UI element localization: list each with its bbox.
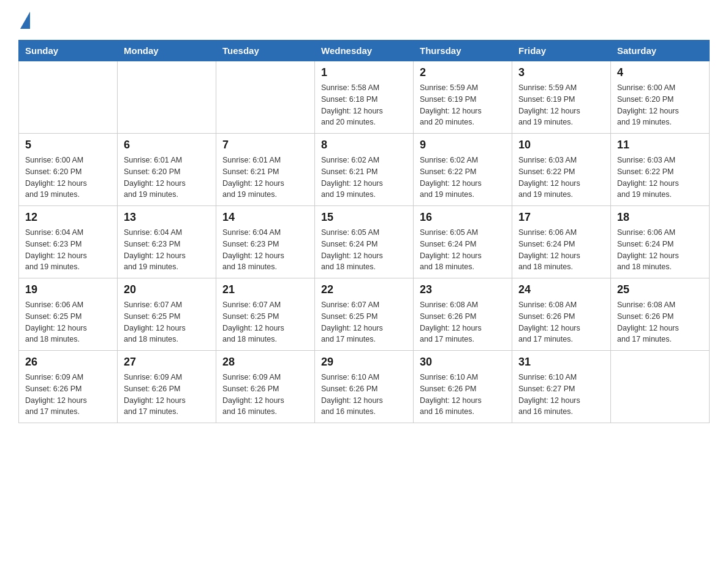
day-info: Sunrise: 6:01 AM Sunset: 6:20 PM Dayligh… [124, 155, 210, 201]
day-number: 28 [222, 356, 308, 369]
calendar-cell: 4Sunrise: 6:00 AM Sunset: 6:20 PM Daylig… [611, 61, 710, 134]
calendar-cell: 16Sunrise: 6:05 AM Sunset: 6:24 PM Dayli… [414, 206, 512, 278]
day-info: Sunrise: 6:08 AM Sunset: 6:26 PM Dayligh… [420, 299, 506, 345]
calendar-cell: 6Sunrise: 6:01 AM Sunset: 6:20 PM Daylig… [118, 134, 216, 206]
calendar-cell: 9Sunrise: 6:02 AM Sunset: 6:22 PM Daylig… [414, 134, 512, 206]
calendar-cell [19, 61, 118, 134]
calendar-cell: 18Sunrise: 6:06 AM Sunset: 6:24 PM Dayli… [611, 206, 710, 278]
day-info: Sunrise: 5:59 AM Sunset: 6:19 PM Dayligh… [518, 82, 604, 128]
day-info: Sunrise: 6:09 AM Sunset: 6:26 PM Dayligh… [124, 372, 210, 418]
calendar-cell: 15Sunrise: 6:05 AM Sunset: 6:24 PM Dayli… [315, 206, 414, 278]
column-header-wednesday: Wednesday [315, 40, 414, 61]
day-number: 8 [321, 139, 407, 151]
calendar-cell: 13Sunrise: 6:04 AM Sunset: 6:23 PM Dayli… [118, 206, 216, 278]
calendar-cell [216, 61, 315, 134]
day-info: Sunrise: 6:06 AM Sunset: 6:25 PM Dayligh… [25, 299, 111, 345]
day-info: Sunrise: 6:09 AM Sunset: 6:26 PM Dayligh… [25, 372, 111, 418]
day-info: Sunrise: 6:10 AM Sunset: 6:27 PM Dayligh… [518, 372, 604, 418]
calendar-cell: 19Sunrise: 6:06 AM Sunset: 6:25 PM Dayli… [19, 278, 118, 351]
day-number: 3 [518, 66, 604, 79]
day-number: 27 [124, 356, 210, 369]
calendar-cell: 26Sunrise: 6:09 AM Sunset: 6:26 PM Dayli… [19, 351, 118, 423]
calendar-week-5: 26Sunrise: 6:09 AM Sunset: 6:26 PM Dayli… [19, 351, 710, 423]
calendar-cell [118, 61, 216, 134]
day-info: Sunrise: 6:08 AM Sunset: 6:26 PM Dayligh… [617, 299, 703, 345]
day-info: Sunrise: 6:10 AM Sunset: 6:26 PM Dayligh… [321, 372, 407, 418]
day-number: 12 [25, 211, 111, 224]
calendar-cell: 27Sunrise: 6:09 AM Sunset: 6:26 PM Dayli… [118, 351, 216, 423]
calendar-cell: 22Sunrise: 6:07 AM Sunset: 6:25 PM Dayli… [315, 278, 414, 351]
day-number: 4 [617, 66, 703, 79]
calendar-cell: 8Sunrise: 6:02 AM Sunset: 6:21 PM Daylig… [315, 134, 414, 206]
page-header [18, 15, 710, 29]
calendar-table: SundayMondayTuesdayWednesdayThursdayFrid… [18, 40, 710, 423]
logo-triangle-icon [20, 12, 30, 29]
logo [18, 15, 30, 29]
calendar-cell: 2Sunrise: 5:59 AM Sunset: 6:19 PM Daylig… [414, 61, 512, 134]
day-info: Sunrise: 6:02 AM Sunset: 6:22 PM Dayligh… [420, 155, 506, 201]
column-header-tuesday: Tuesday [216, 40, 315, 61]
calendar-cell [611, 351, 710, 423]
day-info: Sunrise: 6:01 AM Sunset: 6:21 PM Dayligh… [222, 155, 308, 201]
day-number: 13 [124, 211, 210, 224]
calendar-cell: 24Sunrise: 6:08 AM Sunset: 6:26 PM Dayli… [512, 278, 611, 351]
calendar-week-3: 12Sunrise: 6:04 AM Sunset: 6:23 PM Dayli… [19, 206, 710, 278]
day-info: Sunrise: 5:58 AM Sunset: 6:18 PM Dayligh… [321, 82, 407, 128]
calendar-cell: 14Sunrise: 6:04 AM Sunset: 6:23 PM Dayli… [216, 206, 315, 278]
calendar-cell: 3Sunrise: 5:59 AM Sunset: 6:19 PM Daylig… [512, 61, 611, 134]
day-info: Sunrise: 6:04 AM Sunset: 6:23 PM Dayligh… [222, 227, 308, 273]
day-info: Sunrise: 6:05 AM Sunset: 6:24 PM Dayligh… [321, 227, 407, 273]
calendar-cell: 25Sunrise: 6:08 AM Sunset: 6:26 PM Dayli… [611, 278, 710, 351]
day-number: 11 [617, 139, 703, 151]
calendar-cell: 11Sunrise: 6:03 AM Sunset: 6:22 PM Dayli… [611, 134, 710, 206]
day-info: Sunrise: 6:07 AM Sunset: 6:25 PM Dayligh… [321, 299, 407, 345]
day-number: 18 [617, 211, 703, 224]
calendar-cell: 21Sunrise: 6:07 AM Sunset: 6:25 PM Dayli… [216, 278, 315, 351]
calendar-cell: 29Sunrise: 6:10 AM Sunset: 6:26 PM Dayli… [315, 351, 414, 423]
day-number: 20 [124, 283, 210, 296]
day-number: 25 [617, 283, 703, 296]
day-number: 21 [222, 283, 308, 296]
day-number: 10 [518, 139, 604, 151]
calendar-week-4: 19Sunrise: 6:06 AM Sunset: 6:25 PM Dayli… [19, 278, 710, 351]
day-info: Sunrise: 6:04 AM Sunset: 6:23 PM Dayligh… [25, 227, 111, 273]
day-number: 22 [321, 283, 407, 296]
calendar-cell: 12Sunrise: 6:04 AM Sunset: 6:23 PM Dayli… [19, 206, 118, 278]
column-header-sunday: Sunday [19, 40, 118, 61]
day-number: 7 [222, 139, 308, 151]
day-number: 16 [420, 211, 506, 224]
day-number: 5 [25, 139, 111, 151]
day-info: Sunrise: 6:02 AM Sunset: 6:21 PM Dayligh… [321, 155, 407, 201]
calendar-cell: 31Sunrise: 6:10 AM Sunset: 6:27 PM Dayli… [512, 351, 611, 423]
calendar-cell: 20Sunrise: 6:07 AM Sunset: 6:25 PM Dayli… [118, 278, 216, 351]
day-number: 14 [222, 211, 308, 224]
day-info: Sunrise: 6:08 AM Sunset: 6:26 PM Dayligh… [518, 299, 604, 345]
day-number: 23 [420, 283, 506, 296]
day-number: 1 [321, 66, 407, 79]
day-info: Sunrise: 6:06 AM Sunset: 6:24 PM Dayligh… [617, 227, 703, 273]
calendar-cell: 28Sunrise: 6:09 AM Sunset: 6:26 PM Dayli… [216, 351, 315, 423]
calendar-cell: 17Sunrise: 6:06 AM Sunset: 6:24 PM Dayli… [512, 206, 611, 278]
day-info: Sunrise: 5:59 AM Sunset: 6:19 PM Dayligh… [420, 82, 506, 128]
calendar-cell: 10Sunrise: 6:03 AM Sunset: 6:22 PM Dayli… [512, 134, 611, 206]
day-info: Sunrise: 6:00 AM Sunset: 6:20 PM Dayligh… [25, 155, 111, 201]
header-row: SundayMondayTuesdayWednesdayThursdayFrid… [19, 40, 710, 61]
day-info: Sunrise: 6:06 AM Sunset: 6:24 PM Dayligh… [518, 227, 604, 273]
day-info: Sunrise: 6:07 AM Sunset: 6:25 PM Dayligh… [124, 299, 210, 345]
day-info: Sunrise: 6:09 AM Sunset: 6:26 PM Dayligh… [222, 372, 308, 418]
column-header-saturday: Saturday [611, 40, 710, 61]
day-info: Sunrise: 6:10 AM Sunset: 6:26 PM Dayligh… [420, 372, 506, 418]
day-number: 9 [420, 139, 506, 151]
day-number: 6 [124, 139, 210, 151]
day-number: 31 [518, 356, 604, 369]
day-number: 19 [25, 283, 111, 296]
column-header-monday: Monday [118, 40, 216, 61]
day-number: 2 [420, 66, 506, 79]
day-info: Sunrise: 6:00 AM Sunset: 6:20 PM Dayligh… [617, 82, 703, 128]
day-info: Sunrise: 6:05 AM Sunset: 6:24 PM Dayligh… [420, 227, 506, 273]
column-header-thursday: Thursday [414, 40, 512, 61]
calendar-week-1: 1Sunrise: 5:58 AM Sunset: 6:18 PM Daylig… [19, 61, 710, 134]
day-info: Sunrise: 6:07 AM Sunset: 6:25 PM Dayligh… [222, 299, 308, 345]
calendar-cell: 5Sunrise: 6:00 AM Sunset: 6:20 PM Daylig… [19, 134, 118, 206]
day-number: 17 [518, 211, 604, 224]
